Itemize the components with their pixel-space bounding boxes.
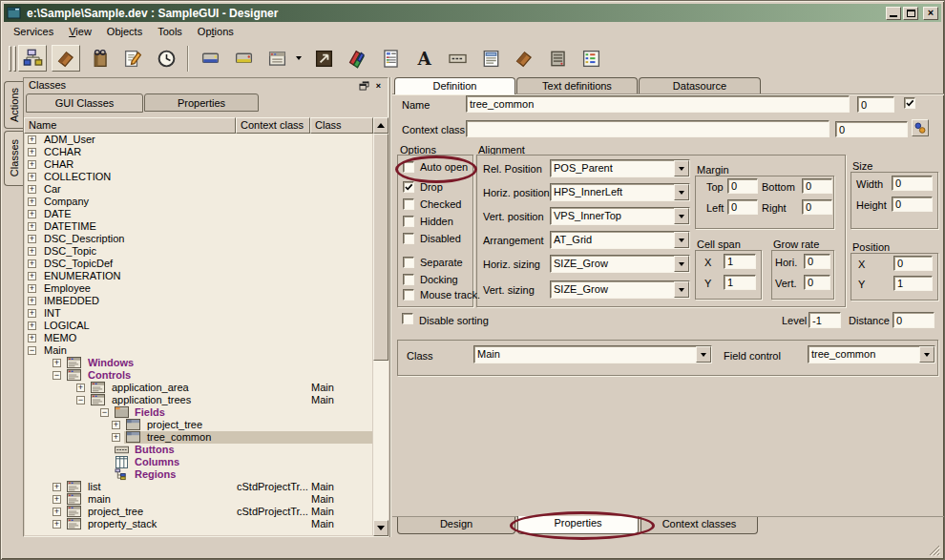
class-combo-dropdown-button[interactable] — [696, 346, 711, 363]
bottom-tab-context-classes[interactable]: Context classes — [640, 517, 758, 534]
tree-row[interactable]: +DSC_TopicDef — [25, 258, 372, 270]
position-x-input[interactable] — [893, 256, 933, 271]
tree-row[interactable]: +Company — [25, 196, 372, 208]
option-checkbox-auto-open[interactable] — [403, 161, 414, 173]
option-checkbox-hidden[interactable] — [403, 216, 414, 227]
form-view-button-dropdown-button[interactable] — [292, 45, 304, 72]
tree-expand-icon[interactable]: + — [28, 173, 36, 181]
option-checkbox-docking[interactable] — [403, 274, 414, 285]
option-checkbox-disabled[interactable] — [403, 233, 414, 244]
tree-expand-icon[interactable]: + — [28, 185, 36, 194]
tree-expand-icon[interactable]: + — [52, 359, 61, 367]
tree-row[interactable]: +application_areaMain — [25, 382, 372, 394]
tree-row[interactable]: −Fields — [25, 406, 372, 419]
toolbar-grip[interactable] — [13, 46, 16, 72]
maximize-button[interactable] — [903, 7, 918, 20]
combo-vert-position[interactable]: VPS_InnerTop — [550, 207, 690, 225]
field-control-dropdown-button[interactable] — [919, 346, 934, 363]
tree-expand-icon[interactable]: + — [112, 421, 120, 429]
close-panel-button[interactable]: × — [372, 80, 385, 92]
combo-rel-position[interactable]: POS_Parent — [550, 159, 690, 177]
grow-rate-vert-input[interactable] — [804, 275, 830, 290]
margin-bottom-input[interactable] — [802, 178, 832, 194]
combo-arrangement[interactable]: AT_Grid — [550, 231, 690, 249]
tree-row[interactable]: +project_tree — [25, 419, 372, 431]
tree-row[interactable]: −Controls — [25, 369, 372, 382]
menu-item-services[interactable]: Services — [6, 24, 61, 39]
server-button[interactable] — [543, 45, 572, 72]
cell-span-x-input[interactable] — [724, 254, 756, 269]
tree-row[interactable]: +LOGICAL — [25, 320, 372, 332]
bottom-tab-properties[interactable]: Properties — [517, 516, 639, 534]
bottom-tab-design[interactable]: Design — [397, 517, 515, 534]
name-input[interactable] — [466, 95, 850, 113]
tree-expand-icon[interactable]: + — [52, 483, 61, 491]
tree-expand-icon[interactable]: + — [28, 148, 36, 156]
margin-top-input[interactable] — [727, 178, 758, 194]
tree-expand-icon[interactable]: + — [28, 135, 36, 144]
drive-yellow-button[interactable] — [229, 45, 258, 72]
tree-row[interactable]: +CHAR — [25, 158, 372, 171]
tree-expand-icon[interactable]: + — [112, 433, 120, 442]
tree-row[interactable]: +Car — [25, 183, 372, 196]
close-button[interactable]: × — [923, 7, 938, 20]
tree-row[interactable]: +ADM_User — [25, 134, 372, 146]
side-tab-actions[interactable]: Actions — [4, 81, 23, 129]
ribbon-button[interactable] — [343, 45, 371, 72]
font-button[interactable]: A — [410, 45, 438, 72]
tree-expand-icon[interactable]: + — [28, 321, 36, 330]
context-number-input[interactable] — [835, 121, 908, 137]
tree-row[interactable]: +MEMO — [25, 332, 372, 344]
field-control-combo[interactable]: tree_common — [808, 345, 935, 363]
form-view-button[interactable] — [262, 45, 291, 72]
combo-dropdown-button-arrangement[interactable] — [674, 232, 689, 248]
tree-row[interactable]: +project_treecStdProjectTr...Main — [25, 506, 372, 518]
margin-right-input[interactable] — [802, 199, 832, 215]
minimize-button[interactable] — [886, 7, 901, 20]
tree-expand-icon[interactable]: + — [28, 284, 36, 293]
combo-dropdown-button-vert-position[interactable] — [674, 208, 689, 224]
tree-expand-icon[interactable]: + — [52, 508, 61, 516]
size-width-input[interactable] — [892, 176, 933, 191]
margin-left-input[interactable] — [727, 199, 758, 215]
capture-button[interactable] — [309, 45, 338, 72]
tree-collapse-icon[interactable]: − — [100, 408, 109, 417]
combo-vert-sizing[interactable]: SIZE_Grow — [550, 280, 690, 299]
tree-row[interactable]: Columns — [25, 456, 372, 468]
resize-grip[interactable] — [928, 544, 940, 556]
level-input[interactable] — [808, 312, 841, 328]
cell-span-y-input[interactable] — [724, 275, 756, 290]
tree-collapse-icon[interactable]: − — [76, 396, 85, 404]
tree-expand-icon[interactable]: + — [28, 210, 36, 218]
column-header-name[interactable]: Name — [24, 117, 236, 134]
scrollbar-thumb[interactable] — [373, 134, 388, 361]
tree-row[interactable]: Buttons — [25, 444, 372, 456]
side-tab-classes[interactable]: Classes — [4, 131, 23, 186]
tree-expand-icon[interactable]: + — [28, 247, 36, 256]
class-hierarchy-button[interactable] — [18, 45, 47, 72]
tree-expand-icon[interactable]: + — [28, 309, 36, 318]
tree-collapse-icon[interactable]: − — [28, 346, 36, 355]
tree-row[interactable]: +tree_common — [25, 431, 372, 444]
combo-horiz-position[interactable]: HPS_InnerLeft — [550, 183, 690, 201]
tree-row[interactable]: +CCHAR — [25, 146, 372, 158]
tree-collapse-icon[interactable]: − — [52, 371, 61, 380]
context-class-input[interactable] — [466, 120, 830, 137]
disable-sorting-checkbox[interactable] — [402, 313, 413, 324]
tree-row[interactable]: +DSC_Topic — [25, 245, 372, 258]
option-checkbox-checked[interactable] — [403, 198, 414, 210]
scroll-up-button[interactable] — [373, 117, 388, 134]
menu-item-options[interactable]: Options — [190, 24, 242, 39]
grow-rate-hori-input[interactable] — [804, 254, 830, 269]
tree-row[interactable]: +INT — [25, 307, 372, 320]
menu-item-tools[interactable]: Tools — [150, 24, 190, 39]
column-header-class[interactable]: Class — [310, 117, 373, 134]
tree-expand-icon[interactable]: + — [28, 272, 36, 280]
scroll-down-button[interactable] — [373, 520, 388, 536]
option-checkbox-separate[interactable] — [403, 257, 414, 268]
float-panel-button[interactable] — [358, 80, 370, 92]
tree-row[interactable]: +COLLECTION — [25, 171, 372, 183]
title-bar[interactable]: e:\Sample\Sample.dev : SampleGUI - Desig… — [4, 4, 941, 22]
distance-input[interactable] — [892, 312, 934, 328]
tree-row[interactable]: −Main — [25, 344, 372, 357]
